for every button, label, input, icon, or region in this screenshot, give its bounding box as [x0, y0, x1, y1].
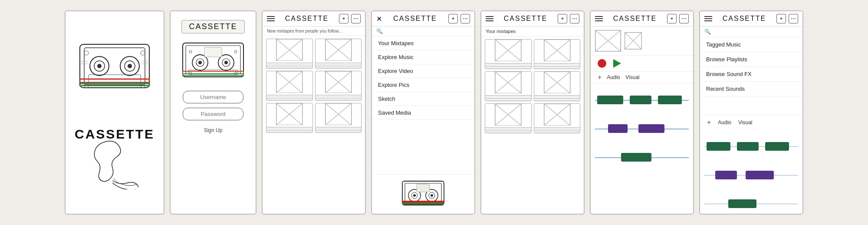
search-add-button[interactable]: +	[448, 14, 458, 23]
password-input[interactable]	[183, 108, 243, 120]
browse-menu-list: Tagged Music Browse Playlists Browse Sou…	[700, 37, 802, 115]
mixtape-item-6[interactable]	[534, 103, 581, 133]
editor-tab-visual[interactable]: Visual	[625, 74, 639, 80]
mixtape-item-3[interactable]	[485, 71, 532, 101]
timeline-block-4[interactable]	[608, 124, 628, 133]
browse-tab-audio[interactable]: Audio	[718, 119, 731, 126]
mixtapes-subtitle: Your mixtapes	[481, 26, 584, 36]
browse-block-3[interactable]	[765, 142, 789, 151]
search-bar[interactable]: 🔍	[372, 26, 474, 36]
browse-settings-button[interactable]: ⋯	[789, 14, 798, 23]
splash-cassette-illustration	[76, 36, 154, 122]
editor-logo: CASSETTE	[613, 15, 657, 23]
svg-point-7	[128, 64, 132, 68]
mixtapes-logo: CASSETTE	[504, 15, 547, 23]
svg-point-31	[234, 50, 237, 53]
signup-link[interactable]: Sign Up	[204, 127, 223, 133]
editor-add-button[interactable]: +	[667, 14, 677, 23]
screen-home: CASSETTE + ⋯ New mixtapes from people yo…	[262, 10, 366, 215]
timeline-block-3[interactable]	[658, 96, 682, 104]
browse-playback-controls: + Audio Visual	[700, 115, 802, 130]
menu-item-explore-video[interactable]: Explore Video	[372, 64, 474, 78]
feed-item-3[interactable]	[266, 71, 313, 101]
svg-point-60	[431, 194, 433, 197]
svg-rect-62	[402, 203, 444, 205]
feed-item-6[interactable]	[315, 103, 362, 133]
browse-item-tagged-music[interactable]: Tagged Music	[700, 37, 802, 52]
mixtape-item-2[interactable]	[534, 39, 581, 69]
editor-thumb-small[interactable]	[625, 32, 642, 50]
browse-track-2	[704, 162, 798, 188]
search-header: ✕ CASSETTE + ⋯	[372, 11, 474, 26]
editor-header: CASSETTE + ⋯	[591, 11, 693, 26]
browse-block-1[interactable]	[707, 142, 730, 151]
cassette-preview	[372, 174, 474, 214]
close-icon[interactable]: ✕	[376, 15, 382, 23]
home-header: CASSETTE + ⋯	[263, 11, 365, 26]
browse-header-icons: + ⋯	[776, 14, 798, 23]
search-header-icons: + ⋯	[448, 14, 470, 23]
feed-item-1[interactable]	[266, 39, 313, 69]
browse-tab-plus[interactable]: +	[707, 119, 711, 126]
browse-search-icon: 🔍	[704, 29, 711, 35]
mixtape-item-1[interactable]	[485, 39, 532, 69]
timeline-track-1	[595, 87, 689, 113]
feed-item-2[interactable]	[315, 39, 362, 69]
menu-item-explore-pics[interactable]: Explore Pics	[372, 78, 474, 92]
username-input[interactable]	[183, 91, 243, 103]
mixtapes-header: CASSETTE + ⋯	[481, 11, 584, 26]
browse-add-button[interactable]: +	[776, 14, 786, 23]
menu-item-sketch[interactable]: Sketch	[372, 92, 474, 106]
editor-tab-audio[interactable]: Audio	[607, 74, 620, 80]
editor-tab-plus[interactable]: +	[598, 73, 602, 81]
search-settings-button[interactable]: ⋯	[460, 14, 470, 23]
svg-rect-34	[204, 47, 222, 57]
feed-item-4[interactable]	[315, 71, 362, 101]
browse-timeline	[700, 130, 802, 214]
timeline-block-2[interactable]	[630, 96, 651, 104]
browse-item-sound-fx[interactable]: Browse Sound FX	[700, 67, 802, 82]
mixtape-item-4[interactable]	[534, 71, 581, 101]
mixtape-item-5[interactable]	[485, 103, 532, 133]
timeline-block-5[interactable]	[638, 124, 664, 133]
browse-item-recent-sounds[interactable]: Recent Sounds	[700, 82, 802, 96]
editor-settings-button[interactable]: ⋯	[679, 14, 689, 23]
svg-rect-9	[80, 79, 149, 83]
hamburger-menu-icon[interactable]	[267, 16, 275, 21]
search-menu-list: Your Mixtapes Explore Music Explore Vide…	[372, 36, 474, 174]
editor-thumb-large[interactable]	[595, 30, 621, 52]
mixtapes-settings-button[interactable]: ⋯	[570, 14, 579, 23]
browse-hamburger-icon[interactable]	[704, 16, 712, 21]
editor-hamburger-icon[interactable]	[595, 16, 603, 21]
screen-browse: CASSETTE + ⋯ 🔍 Tagged Music Browse Playl…	[699, 10, 803, 215]
editor-tabs: + Audio Visual	[591, 72, 693, 83]
browse-tab-visual[interactable]: Visual	[738, 119, 752, 126]
timeline-block-6[interactable]	[621, 153, 651, 162]
menu-item-saved-media[interactable]: Saved Media	[372, 106, 474, 120]
menu-item-explore-music[interactable]: Explore Music	[372, 50, 474, 64]
svg-rect-61	[402, 201, 444, 203]
feed-item-5[interactable]	[266, 103, 313, 133]
screen-search: ✕ CASSETTE + ⋯ 🔍 Your Mixtapes Explore M…	[371, 10, 475, 215]
timeline-block-1[interactable]	[597, 96, 623, 104]
menu-item-your-mixtapes[interactable]: Your Mixtapes	[372, 36, 474, 50]
browse-block-2[interactable]	[737, 142, 759, 151]
mixtapes-hamburger-icon[interactable]	[486, 16, 493, 21]
browse-block-4[interactable]	[715, 171, 737, 179]
settings-button[interactable]: ⋯	[351, 14, 361, 23]
browse-header: CASSETTE + ⋯	[700, 11, 802, 26]
timeline-track-2	[595, 116, 689, 142]
svg-point-23	[198, 61, 202, 64]
editor-timeline	[591, 83, 693, 214]
play-button[interactable]	[613, 59, 621, 68]
browse-block-6[interactable]	[728, 199, 756, 208]
mixtapes-add-button[interactable]: +	[558, 14, 567, 23]
browse-item-playlists[interactable]: Browse Playlists	[700, 52, 802, 67]
browse-block-5[interactable]	[746, 171, 774, 179]
add-button[interactable]: +	[339, 14, 349, 23]
svg-point-57	[413, 194, 416, 197]
browse-logo: CASSETTE	[723, 15, 766, 23]
browse-search-bar[interactable]: 🔍	[700, 26, 802, 37]
svg-point-26	[224, 61, 228, 64]
record-button[interactable]	[598, 59, 606, 68]
